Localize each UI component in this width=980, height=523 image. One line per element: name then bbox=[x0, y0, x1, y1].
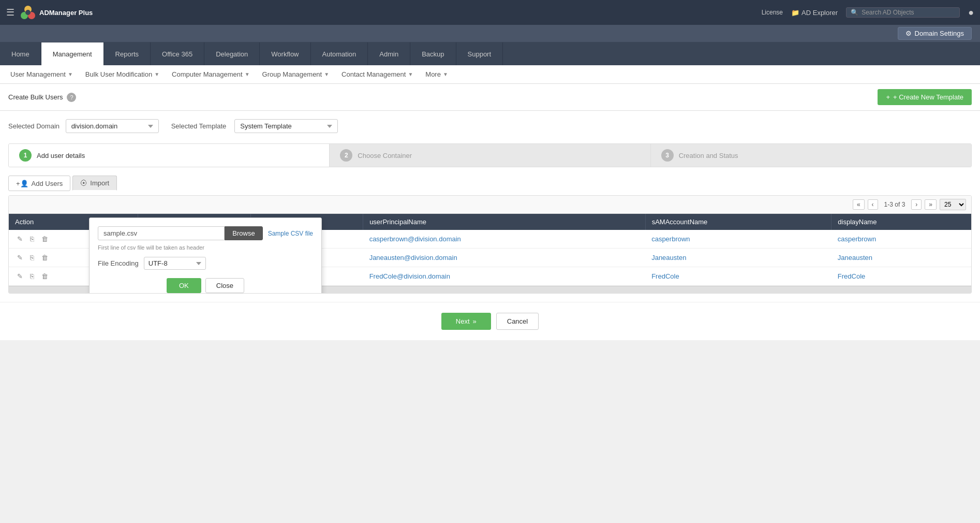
create-new-template-button[interactable]: + + Create New Template bbox=[878, 89, 972, 105]
encoding-select[interactable]: UTF-8 UTF-16 ISO-8859-1 Windows-1252 bbox=[144, 257, 206, 270]
steps-bar: 1 Add user details 2 Choose Container 3 … bbox=[8, 143, 972, 167]
add-users-icon: +👤 bbox=[16, 180, 28, 187]
chevron-down-icon: ▼ bbox=[408, 71, 413, 77]
logo-text: ADManager Plus bbox=[39, 9, 93, 17]
import-panel: sample.csv Browse Sample CSV file First … bbox=[89, 217, 322, 294]
template-select[interactable]: System Template bbox=[234, 119, 338, 133]
sub-nav: User Management ▼ Bulk User Modification… bbox=[0, 65, 980, 84]
search-input[interactable] bbox=[862, 9, 955, 16]
tab-workflow[interactable]: Workflow bbox=[260, 42, 310, 65]
ad-explorer-link[interactable]: 📁 AD Explorer bbox=[791, 9, 838, 17]
step-3: 3 Creation and Status bbox=[651, 144, 971, 167]
next-button[interactable]: Next » bbox=[441, 313, 491, 330]
chevron-down-icon: ▼ bbox=[154, 71, 159, 77]
gear-icon: ⚙ bbox=[905, 30, 912, 37]
delete-button[interactable]: 🗑 bbox=[39, 234, 50, 244]
cancel-button[interactable]: Cancel bbox=[496, 313, 539, 330]
step-1: 1 Add user details bbox=[9, 144, 330, 167]
csv-hint: First line of csv file will be taken as … bbox=[98, 244, 313, 251]
nav-tabs: Home Management Reports Office 365 Deleg… bbox=[0, 42, 980, 65]
tab-automation[interactable]: Automation bbox=[311, 42, 368, 65]
tab-backup[interactable]: Backup bbox=[410, 42, 456, 65]
cell-displayname[interactable]: casperbrown bbox=[831, 230, 971, 249]
action-buttons-row: +👤 Add Users 🖸 Import bbox=[8, 176, 972, 191]
user-icon[interactable]: ● bbox=[968, 7, 974, 18]
subnav-computer-management[interactable]: Computer Management ▼ bbox=[167, 68, 255, 80]
prev-page-button[interactable]: ‹ bbox=[868, 199, 878, 210]
import-button[interactable]: 🖸 Import bbox=[72, 176, 117, 191]
browse-button[interactable]: Browse bbox=[225, 226, 262, 240]
tab-home[interactable]: Home bbox=[0, 42, 41, 65]
step-3-number: 3 bbox=[661, 149, 674, 162]
domain-settings-button[interactable]: ⚙ Domain Settings bbox=[898, 27, 972, 40]
import-icon: 🖸 bbox=[80, 179, 87, 187]
cell-sam[interactable]: FredCole bbox=[645, 267, 831, 286]
add-users-button[interactable]: +👤 Add Users bbox=[8, 176, 70, 191]
sample-csv-link[interactable]: Sample CSV file bbox=[268, 230, 313, 237]
cell-displayname[interactable]: Janeausten bbox=[831, 249, 971, 267]
subnav-user-management[interactable]: User Management ▼ bbox=[5, 68, 78, 80]
page-title: Create Bulk Users ? bbox=[8, 93, 76, 102]
logo-icon bbox=[20, 4, 36, 21]
help-icon[interactable]: ? bbox=[67, 93, 76, 102]
top-bar-right: License 📁 AD Explorer 🔍 ● bbox=[762, 7, 974, 18]
copy-button[interactable]: ⎘ bbox=[28, 234, 36, 244]
bottom-nav: Next » Cancel bbox=[0, 302, 980, 340]
last-page-button[interactable]: » bbox=[925, 199, 937, 210]
tab-reports[interactable]: Reports bbox=[104, 42, 151, 65]
top-bar-left: ☰ ADManager Plus bbox=[6, 4, 93, 21]
cell-sam[interactable]: casperbrown bbox=[645, 230, 831, 249]
svg-point-3 bbox=[25, 10, 31, 15]
cell-upn[interactable]: casperbrown@division.domain bbox=[363, 230, 646, 249]
tab-office365[interactable]: Office 365 bbox=[151, 42, 204, 65]
subnav-group-management[interactable]: Group Management ▼ bbox=[257, 68, 335, 80]
tab-admin[interactable]: Admin bbox=[368, 42, 410, 65]
tab-support[interactable]: Support bbox=[456, 42, 503, 65]
tab-management[interactable]: Management bbox=[41, 42, 104, 65]
template-selector-group: Selected Template System Template bbox=[171, 119, 338, 133]
chevron-down-icon: ▼ bbox=[245, 71, 250, 77]
next-arrow-icon: » bbox=[473, 317, 477, 325]
domain-settings-bar: ⚙ Domain Settings bbox=[0, 25, 980, 42]
first-page-button[interactable]: « bbox=[853, 199, 865, 210]
copy-button[interactable]: ⎘ bbox=[28, 271, 36, 281]
edit-button[interactable]: ✎ bbox=[15, 271, 25, 281]
cell-upn[interactable]: FredCole@division.domain bbox=[363, 267, 646, 286]
subnav-bulk-user-modification[interactable]: Bulk User Modification ▼ bbox=[80, 68, 165, 80]
delete-button[interactable]: 🗑 bbox=[39, 253, 50, 263]
copy-button[interactable]: ⎘ bbox=[28, 253, 36, 263]
license-link[interactable]: License bbox=[762, 9, 783, 16]
step-2-number: 2 bbox=[340, 149, 352, 162]
col-upn: userPrincipalName bbox=[363, 214, 646, 230]
delete-button[interactable]: 🗑 bbox=[39, 271, 50, 281]
page-header: Create Bulk Users ? + + Create New Templ… bbox=[0, 84, 980, 111]
next-page-button[interactable]: › bbox=[911, 199, 922, 210]
domain-label: Selected Domain bbox=[8, 122, 60, 130]
ok-button[interactable]: OK bbox=[167, 278, 201, 293]
domain-selector-group: Selected Domain division.domain bbox=[8, 119, 159, 133]
cell-sam[interactable]: Janeausten bbox=[645, 249, 831, 267]
col-displayname: displayName bbox=[831, 214, 971, 230]
tab-delegation[interactable]: Delegation bbox=[204, 42, 260, 65]
hamburger-icon[interactable]: ☰ bbox=[6, 7, 14, 18]
close-button[interactable]: Close bbox=[205, 278, 244, 293]
plus-icon: + bbox=[886, 93, 890, 101]
search-icon: 🔍 bbox=[851, 9, 858, 16]
page-size-select[interactable]: 25 50 100 bbox=[940, 199, 966, 210]
pagination-info: 1-3 of 3 bbox=[884, 201, 905, 208]
logo: ADManager Plus bbox=[20, 4, 93, 21]
cell-displayname[interactable]: FredCole bbox=[831, 267, 971, 286]
cell-upn[interactable]: Janeausten@division.domain bbox=[363, 249, 646, 267]
domain-select[interactable]: division.domain bbox=[66, 119, 159, 133]
file-name-display: sample.csv bbox=[98, 226, 225, 240]
edit-button[interactable]: ✎ bbox=[15, 253, 25, 263]
step-1-label: Add user details bbox=[37, 152, 85, 159]
edit-button[interactable]: ✎ bbox=[15, 234, 25, 244]
chevron-down-icon: ▼ bbox=[68, 71, 73, 77]
subnav-contact-management[interactable]: Contact Management ▼ bbox=[336, 68, 418, 80]
search-box[interactable]: 🔍 bbox=[846, 7, 960, 18]
subnav-more[interactable]: More ▼ bbox=[420, 68, 453, 80]
step-2-label: Choose Container bbox=[358, 152, 412, 159]
top-bar: ☰ ADManager Plus License 📁 AD Explorer 🔍… bbox=[0, 0, 980, 25]
col-sam: sAMAccountName bbox=[645, 214, 831, 230]
